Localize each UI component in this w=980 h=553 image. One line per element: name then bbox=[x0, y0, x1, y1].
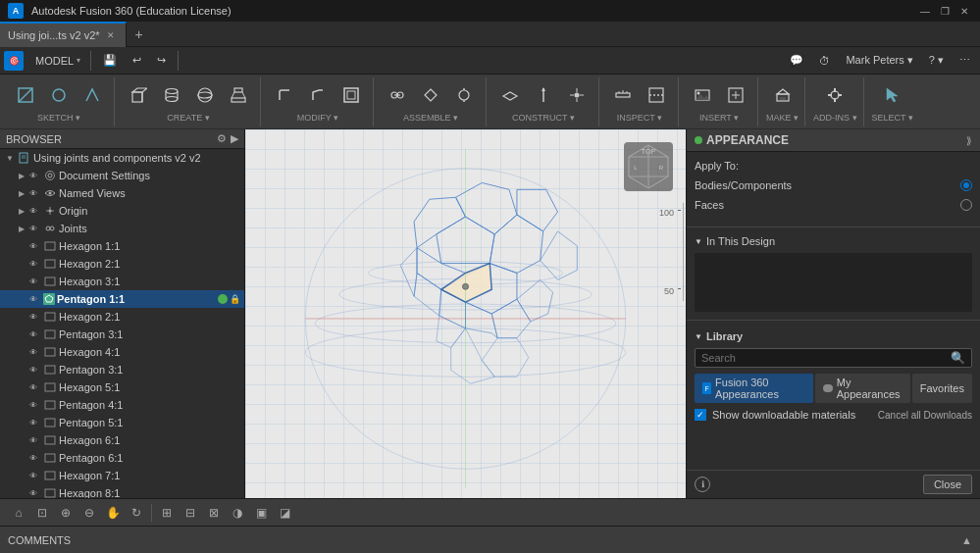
faces-row[interactable]: Faces bbox=[695, 197, 972, 213]
modify-shell-button[interactable] bbox=[335, 80, 367, 110]
tree-item-hex8[interactable]: ▶ 👁 Hexagon 8:1 bbox=[0, 484, 244, 498]
tree-item-hex7[interactable]: ▶ 👁 Hexagon 7:1 bbox=[0, 467, 244, 484]
in-this-design-header[interactable]: ▼ In This Design bbox=[695, 235, 972, 247]
close-button[interactable]: ✕ bbox=[956, 3, 972, 19]
construct-point-button[interactable] bbox=[561, 80, 593, 110]
tree-item-hex2[interactable]: ▶ 👁 Hexagon 2:1 bbox=[0, 255, 244, 273]
tree-arrow[interactable]: ▼ bbox=[4, 152, 16, 164]
bodies-components-row[interactable]: Bodies/Components bbox=[695, 177, 972, 193]
tree-item-pent6[interactable]: ▶ 👁 Pentagon 6:1 bbox=[0, 449, 244, 467]
tree-item-hex4[interactable]: ▶ 👁 Hexagon 4:1 bbox=[0, 343, 244, 361]
create-sphere-button[interactable] bbox=[189, 80, 221, 110]
grid-button[interactable]: ⊟ bbox=[180, 502, 201, 524]
tree-arrow-doc-settings[interactable]: ▶ bbox=[16, 170, 27, 181]
apply-to-label: Apply To: bbox=[695, 160, 739, 172]
create-cylinder-button[interactable] bbox=[156, 80, 187, 110]
inspect-section-button[interactable] bbox=[641, 80, 672, 110]
svg-point-21 bbox=[459, 90, 469, 100]
collaboration-button[interactable]: 💬 bbox=[784, 50, 809, 71]
app-menu-icon[interactable]: 🎯 bbox=[4, 51, 24, 71]
downloadable-checkbox[interactable] bbox=[695, 409, 706, 421]
addins-button[interactable] bbox=[819, 80, 851, 110]
user-menu[interactable]: Mark Peters ▾ bbox=[840, 50, 918, 71]
appearance-panel-expand-icon[interactable]: ⟫ bbox=[966, 135, 972, 146]
library-search-input[interactable] bbox=[701, 352, 951, 364]
insert-decal-button[interactable] bbox=[720, 80, 751, 110]
cancel-all-downloads-link[interactable]: Cancel all Downloads bbox=[878, 410, 972, 421]
bodies-components-radio[interactable] bbox=[960, 179, 972, 191]
display-mode-button[interactable]: ⊞ bbox=[156, 502, 178, 524]
assemble-motion-button[interactable] bbox=[415, 80, 446, 110]
tree-item-hex1[interactable]: ▶ 👁 Hexagon 1:1 bbox=[0, 237, 244, 255]
make-3dprint-button[interactable] bbox=[767, 80, 799, 110]
section-analysis-button[interactable]: ⊠ bbox=[203, 502, 225, 524]
menu-bar: 🎯 MODEL ▾ 💾 ↩ ↪ 💬 ⏱ Mark Peters ▾ ? ▾ ⋯ bbox=[0, 47, 980, 75]
close-appearance-button[interactable]: Close bbox=[923, 475, 972, 494]
tree-item-joints[interactable]: ▶ 👁 Joints bbox=[0, 220, 244, 237]
create-loft-button[interactable] bbox=[223, 80, 254, 110]
maximize-button[interactable]: ❐ bbox=[937, 3, 953, 19]
zoom-out-button[interactable]: ⊖ bbox=[78, 502, 100, 524]
tree-item-doc-settings[interactable]: ▶ 👁 Document Settings bbox=[0, 167, 244, 184]
tree-item-origin[interactable]: ▶ 👁 Origin bbox=[0, 202, 244, 220]
library-search-box[interactable]: 🔍 bbox=[695, 348, 972, 368]
environment-button[interactable]: ◑ bbox=[227, 502, 248, 524]
menu-undo[interactable]: ↩ bbox=[125, 50, 149, 71]
tree-item-pent2[interactable]: ▶ 👁 Hexagon 2:1 bbox=[0, 308, 244, 326]
modify-chamfer-button[interactable] bbox=[302, 80, 334, 110]
pan-button[interactable]: ✋ bbox=[102, 502, 124, 524]
tree-arrow-joints[interactable]: ▶ bbox=[16, 223, 27, 234]
tree-arrow-named-views[interactable]: ▶ bbox=[16, 187, 27, 199]
assemble-joint-button[interactable] bbox=[382, 80, 413, 110]
inspect-measure-button[interactable] bbox=[607, 80, 639, 110]
insert-image-button[interactable] bbox=[687, 80, 718, 110]
tree-item-pent5[interactable]: ▶ 👁 Pentagon 5:1 bbox=[0, 414, 244, 431]
model-dropdown[interactable]: MODEL ▾ bbox=[29, 46, 86, 75]
fit-button[interactable]: ⊡ bbox=[31, 502, 53, 524]
tree-item-hex3[interactable]: ▶ 👁 Hexagon 3:1 bbox=[0, 273, 244, 290]
tree-arrow-origin[interactable]: ▶ bbox=[16, 205, 27, 217]
construct-plane-button[interactable] bbox=[494, 80, 526, 110]
sketch-button-1[interactable] bbox=[10, 80, 41, 110]
tree-item-hex5[interactable]: ▶ 👁 Hexagon 5:1 bbox=[0, 378, 244, 396]
comments-expand-button[interactable]: ▲ bbox=[961, 534, 972, 546]
tree-item-pentagon1[interactable]: ▶ 👁 Pentagon 1:1 🔒 bbox=[0, 290, 244, 308]
minimize-button[interactable]: — bbox=[917, 3, 933, 19]
tab-close-button[interactable]: ✕ bbox=[104, 28, 118, 42]
orbit-button[interactable]: ↻ bbox=[126, 502, 147, 524]
tree-item-root[interactable]: ▼ Using joints and components v2 v2 bbox=[0, 149, 244, 167]
browser-expand-icon[interactable]: ▶ bbox=[231, 132, 238, 145]
orientation-cube[interactable]: TOP R L bbox=[619, 137, 678, 196]
history-button[interactable]: ⏱ bbox=[813, 51, 836, 71]
new-tab-button[interactable]: + bbox=[127, 22, 152, 47]
viewport[interactable]: TOP R L 100 50 bbox=[245, 129, 686, 498]
favorites-tab[interactable]: Favorites bbox=[912, 374, 972, 403]
menu-file[interactable]: 💾 bbox=[95, 50, 125, 71]
faces-radio[interactable] bbox=[960, 199, 972, 211]
object-visibility-button[interactable]: ◪ bbox=[274, 502, 295, 524]
active-tab[interactable]: Using joi...ts v2 v2* ✕ bbox=[0, 22, 127, 47]
info-button[interactable]: ℹ bbox=[695, 477, 710, 492]
tree-item-pent4[interactable]: ▶ 👁 Pentagon 4:1 bbox=[0, 396, 244, 414]
create-box-button[interactable] bbox=[123, 80, 154, 110]
home-view-button[interactable]: ⌂ bbox=[8, 502, 29, 524]
sketch-button-2[interactable] bbox=[43, 80, 75, 110]
svg-rect-49 bbox=[834, 98, 836, 102]
more-button[interactable]: ⋯ bbox=[954, 50, 976, 71]
assemble-drive-button[interactable] bbox=[448, 80, 480, 110]
my-appearances-tab[interactable]: My Appearances bbox=[815, 374, 910, 403]
zoom-in-button[interactable]: ⊕ bbox=[55, 502, 77, 524]
construct-axis-button[interactable] bbox=[528, 80, 559, 110]
fusion360-appearances-tab[interactable]: F Fusion 360 Appearances bbox=[695, 374, 813, 403]
sketch-button-3[interactable] bbox=[77, 80, 108, 110]
browser-settings-icon[interactable]: ⚙ bbox=[217, 132, 227, 145]
menu-redo[interactable]: ↪ bbox=[149, 50, 174, 71]
tree-item-named-views[interactable]: ▶ 👁 Named Views bbox=[0, 184, 244, 202]
select-button[interactable] bbox=[877, 80, 908, 110]
tree-item-hex6[interactable]: ▶ 👁 Hexagon 6:1 bbox=[0, 431, 244, 449]
effects-button[interactable]: ▣ bbox=[250, 502, 272, 524]
help-button[interactable]: ? ▾ bbox=[923, 50, 950, 71]
tree-item-pent3b[interactable]: ▶ 👁 Pentagon 3:1 bbox=[0, 361, 244, 378]
modify-fillet-button[interactable] bbox=[269, 80, 300, 110]
tree-item-pent3[interactable]: ▶ 👁 Pentagon 3:1 bbox=[0, 326, 244, 343]
